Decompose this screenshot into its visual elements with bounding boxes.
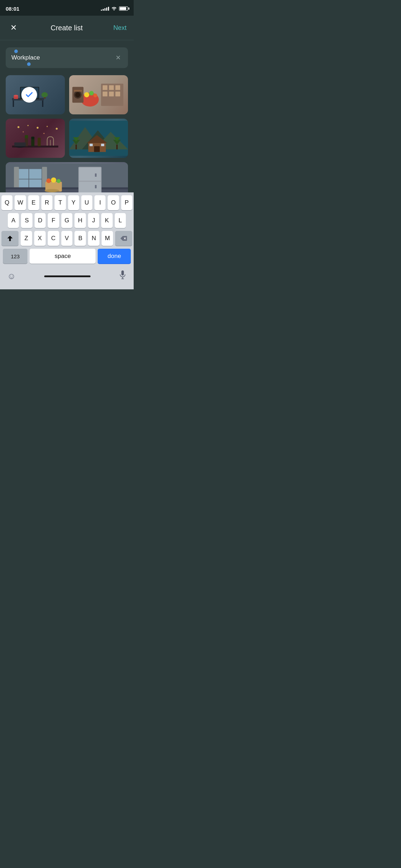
close-button[interactable]: ✕ (7, 21, 20, 34)
key-e[interactable]: E (28, 195, 39, 210)
svg-rect-16 (115, 85, 120, 90)
scene-card-party[interactable] (6, 119, 65, 158)
svg-point-29 (27, 125, 29, 126)
key-d[interactable]: D (35, 213, 46, 228)
home-indicator (44, 275, 91, 277)
done-key[interactable]: done (98, 249, 131, 264)
svg-point-30 (37, 127, 38, 129)
key-r[interactable]: R (41, 195, 52, 210)
svg-rect-56 (116, 145, 118, 149)
svg-point-33 (22, 131, 24, 133)
key-g[interactable]: G (61, 213, 72, 228)
svg-rect-14 (102, 85, 107, 90)
next-button[interactable]: Next (113, 24, 127, 32)
key-p[interactable]: P (121, 195, 132, 210)
cabin-scene-image (69, 119, 128, 158)
svg-point-10 (14, 95, 18, 97)
microphone-button[interactable] (119, 270, 127, 282)
key-m[interactable]: M (102, 231, 113, 246)
svg-point-23 (93, 93, 97, 97)
svg-point-32 (56, 128, 57, 129)
shift-key[interactable] (1, 231, 19, 246)
scene-grid (6, 75, 128, 201)
svg-rect-69 (79, 167, 101, 181)
svg-point-22 (89, 91, 94, 95)
content-area: ✕ (0, 40, 134, 208)
backspace-key[interactable] (115, 231, 132, 246)
svg-rect-38 (31, 138, 35, 146)
key-c[interactable]: C (48, 231, 59, 246)
svg-rect-43 (14, 143, 26, 146)
grocery-scene-image (69, 75, 128, 114)
key-b[interactable]: B (74, 231, 86, 246)
svg-point-74 (46, 179, 51, 183)
svg-point-75 (51, 177, 56, 183)
key-k[interactable]: K (101, 213, 112, 228)
list-name-input[interactable] (11, 54, 114, 61)
key-x[interactable]: X (34, 231, 46, 246)
key-s[interactable]: S (21, 213, 32, 228)
header: ✕ Create list Next (0, 16, 134, 40)
wifi-icon (111, 6, 117, 11)
scene-card-workplace[interactable] (6, 75, 65, 114)
svg-rect-72 (95, 185, 97, 188)
keyboard-accessory-bar: ☺ (0, 268, 134, 289)
keyboard-row-1: Q W E R T Y U I O P (1, 195, 132, 210)
emoji-button[interactable]: ☺ (7, 271, 16, 281)
key-t[interactable]: T (55, 195, 66, 210)
key-a[interactable]: A (8, 213, 19, 228)
svg-rect-37 (25, 135, 28, 138)
svg-rect-27 (74, 90, 82, 92)
key-v[interactable]: V (61, 231, 73, 246)
status-bar: 08:01 (0, 0, 134, 16)
keyboard-row-3: Z X C V B N M (1, 231, 132, 246)
key-z[interactable]: Z (21, 231, 32, 246)
key-w[interactable]: W (15, 195, 26, 210)
battery-icon (119, 6, 128, 11)
svg-rect-2 (42, 100, 43, 107)
status-time: 08:01 (6, 6, 19, 12)
keyboard-rows: Q W E R T Y U I O P A S D F G H J K L (0, 192, 134, 268)
selected-check-overlay (21, 87, 37, 103)
svg-point-77 (45, 189, 59, 192)
svg-rect-53 (75, 145, 77, 149)
svg-rect-67 (6, 187, 128, 190)
scene-card-cabin[interactable] (69, 119, 128, 158)
svg-rect-40 (37, 138, 41, 146)
svg-rect-17 (102, 92, 107, 96)
signal-icon (101, 6, 109, 11)
scene-card-grocery[interactable] (69, 75, 128, 114)
key-o[interactable]: O (108, 195, 119, 210)
svg-rect-80 (121, 270, 124, 275)
numbers-key[interactable]: 123 (3, 249, 27, 264)
svg-rect-71 (95, 174, 97, 177)
key-i[interactable]: I (94, 195, 106, 210)
cursor-handle-bottom (27, 62, 31, 66)
key-q[interactable]: Q (1, 195, 12, 210)
key-u[interactable]: U (81, 195, 92, 210)
status-icons (101, 6, 128, 11)
svg-point-28 (17, 126, 19, 128)
svg-rect-51 (89, 144, 93, 146)
svg-rect-15 (109, 85, 113, 90)
key-y[interactable]: Y (68, 195, 79, 210)
svg-rect-19 (115, 92, 120, 96)
space-key[interactable]: space (30, 249, 96, 264)
page-title: Create list (51, 24, 83, 32)
key-l[interactable]: L (115, 213, 126, 228)
clear-input-button[interactable]: ✕ (114, 52, 122, 63)
svg-rect-1 (13, 100, 14, 107)
list-name-input-container: ✕ (6, 47, 128, 68)
svg-rect-50 (94, 146, 99, 152)
key-f[interactable]: F (48, 213, 59, 228)
svg-point-76 (57, 179, 61, 183)
svg-point-21 (84, 92, 89, 97)
keyboard-row-2: A S D F G H J K L (1, 213, 132, 228)
keyboard: Q W E R T Y U I O P A S D F G H J K L (0, 192, 134, 289)
svg-rect-18 (109, 92, 113, 96)
key-j[interactable]: J (88, 213, 99, 228)
key-h[interactable]: H (74, 213, 86, 228)
party-scene-image (6, 119, 65, 158)
svg-rect-52 (101, 144, 104, 146)
key-n[interactable]: N (88, 231, 99, 246)
